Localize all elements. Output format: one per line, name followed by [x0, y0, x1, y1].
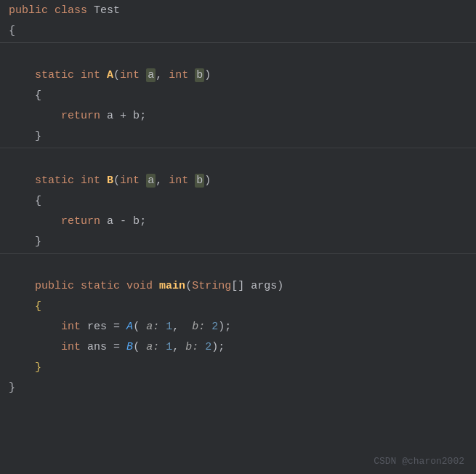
code-line-17: int ans = B( a: 1, b: 2);	[0, 337, 476, 357]
line-content-8	[9, 154, 476, 166]
line-content-12: }	[9, 236, 476, 248]
code-line-10: {	[0, 190, 476, 211]
line-content-5: {	[9, 89, 476, 102]
code-line-18: }	[0, 357, 476, 377]
separator-3	[0, 253, 476, 254]
line-content-10: {	[9, 195, 476, 207]
code-line-6: return a + b;	[0, 105, 476, 126]
line-content-4: static int A(int a, int b)	[9, 69, 476, 81]
code-line-9: static int B(int a, int b)	[0, 170, 476, 190]
line-content-1: public class Test	[9, 4, 476, 17]
line-content-9: static int B(int a, int b)	[9, 174, 476, 187]
code-line-1: public class Test	[0, 0, 476, 20]
separator-1	[0, 42, 476, 43]
code-line-2: {	[0, 20, 476, 41]
line-content-3	[9, 49, 476, 61]
code-line-4: static int A(int a, int b)	[0, 65, 476, 85]
code-line-14: public static void main(String[] args)	[0, 276, 476, 296]
line-content-11: return a - b;	[9, 215, 476, 228]
code-line-8	[0, 150, 476, 170]
watermark: CSDN @charon2002	[374, 456, 464, 467]
code-line-13	[0, 255, 476, 276]
line-content-16: int res = A( a: 1, b: 2);	[9, 321, 476, 333]
code-line-15: {	[0, 296, 476, 316]
separator-2	[0, 148, 476, 148]
code-line-7: }	[0, 126, 476, 146]
line-content-2: {	[9, 25, 476, 37]
code-line-19: }	[0, 377, 476, 398]
code-line-5: {	[0, 85, 476, 105]
line-content-15: {	[9, 300, 476, 313]
line-content-13	[9, 260, 476, 272]
code-editor: public class Test { static int A(int a, …	[0, 0, 476, 474]
line-content-19: }	[9, 382, 476, 394]
line-content-18: }	[9, 361, 476, 374]
line-content-17: int ans = B( a: 1, b: 2);	[9, 341, 476, 353]
code-line-3	[0, 44, 476, 65]
line-content-6: return a + b;	[9, 110, 476, 122]
code-line-12: }	[0, 231, 476, 252]
line-content-7: }	[9, 130, 476, 142]
code-line-11: return a - b;	[0, 211, 476, 231]
line-content-14: public static void main(String[] args)	[9, 280, 476, 292]
code-line-16: int res = A( a: 1, b: 2);	[0, 316, 476, 337]
